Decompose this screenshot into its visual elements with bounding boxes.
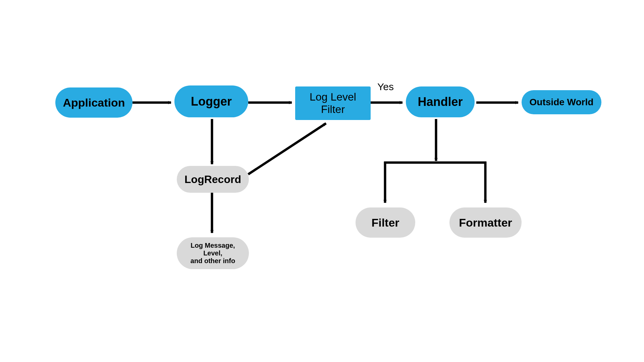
- node-filter-label: Filter: [371, 216, 399, 229]
- node-handler-label: Handler: [418, 95, 463, 109]
- node-logrecord-label: LogRecord: [184, 173, 241, 186]
- node-handler: Handler: [406, 86, 475, 117]
- node-filter: Filter: [356, 207, 415, 238]
- node-application: Application: [55, 87, 132, 118]
- node-loglevelfilter: Log Level Filter: [295, 86, 371, 120]
- node-outsideworld-label: Outside World: [530, 97, 594, 108]
- node-application-label: Application: [63, 96, 125, 109]
- node-logrecord: LogRecord: [177, 166, 249, 193]
- node-loginfo-label: Log Message, Level, and other info: [182, 242, 244, 265]
- node-logger-label: Logger: [191, 95, 232, 109]
- node-formatter: Formatter: [449, 207, 522, 238]
- node-loginfo: Log Message, Level, and other info: [177, 237, 249, 269]
- edge-label-yes: Yes: [377, 81, 394, 93]
- node-outsideworld: Outside World: [522, 90, 601, 114]
- node-formatter-label: Formatter: [459, 216, 512, 229]
- node-logger: Logger: [174, 85, 248, 117]
- arrow-logrecord-to-loglevelfilter: [248, 123, 326, 174]
- arrow-layer: [0, 0, 644, 362]
- node-loglevelfilter-label: Log Level Filter: [310, 91, 356, 116]
